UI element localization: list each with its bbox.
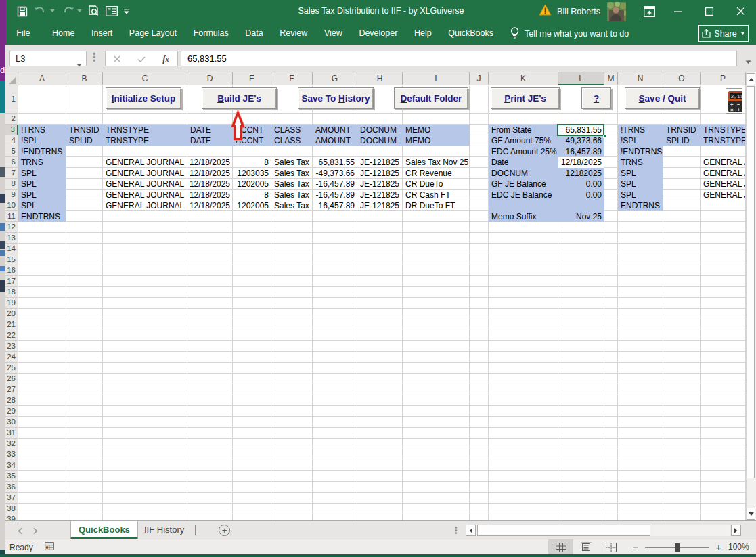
row-header-5[interactable]: 5: [5, 146, 18, 157]
cell-L5[interactable]: 16,457.89: [558, 146, 602, 157]
cell-C10[interactable]: GENERAL JOURNAL: [106, 200, 184, 211]
row-header-16[interactable]: 16: [5, 265, 18, 276]
ribbon-tab-data[interactable]: Data: [237, 22, 271, 45]
cell-I9[interactable]: CR Cash FT: [405, 190, 451, 200]
cell-D3[interactable]: DATE: [190, 125, 211, 135]
cell-F4[interactable]: CLASS: [274, 135, 301, 146]
zoom-slider-thumb[interactable]: [675, 543, 680, 552]
cell-L11[interactable]: Nov 25: [558, 211, 602, 222]
save-to-history-button[interactable]: Save To History: [298, 87, 374, 109]
scroll-down-icon[interactable]: [747, 508, 755, 520]
undo-dropdown-icon[interactable]: [50, 3, 55, 20]
cell-N8[interactable]: SPL: [621, 179, 636, 190]
row-header-33[interactable]: 33: [5, 449, 18, 460]
form-properties-icon[interactable]: [106, 3, 118, 20]
row-header-23[interactable]: 23: [5, 341, 18, 352]
next-sheet-icon[interactable]: [33, 525, 38, 537]
warning-icon[interactable]: [539, 4, 552, 18]
print-preview-icon[interactable]: [88, 3, 99, 20]
cell-D7[interactable]: 12/18/2025: [187, 168, 230, 179]
cell-P8[interactable]: GENERAL JOURNAL: [703, 179, 745, 190]
prev-sheet-icon[interactable]: [18, 525, 22, 537]
insert-function-icon[interactable]: fx: [162, 53, 169, 64]
cell-F9[interactable]: Sales Tax: [274, 190, 309, 200]
cell-D6[interactable]: 12/18/2025: [187, 157, 230, 168]
cell-E7[interactable]: 1203035: [233, 168, 269, 179]
row-header-2[interactable]: 2: [5, 114, 18, 125]
column-header-E[interactable]: E: [233, 72, 271, 85]
scroll-up-icon[interactable]: [747, 73, 755, 85]
cell-C7[interactable]: GENERAL JOURNAL: [106, 168, 184, 179]
cell-N4[interactable]: !SPL: [621, 135, 638, 146]
cell-D9[interactable]: 12/18/2025: [187, 190, 230, 200]
row-header-11[interactable]: 11: [5, 211, 18, 222]
cell-K7[interactable]: DOCNUM: [491, 168, 528, 179]
default-folder-button[interactable]: Default Folder: [394, 87, 468, 109]
ribbon-tab-insert[interactable]: Insert: [83, 22, 121, 45]
row-header-27[interactable]: 27: [5, 384, 18, 395]
zoom-slider[interactable]: [645, 539, 709, 555]
cell-N9[interactable]: SPL: [621, 190, 636, 200]
cell-D8[interactable]: 12/18/2025: [187, 179, 230, 190]
column-header-N[interactable]: N: [618, 72, 663, 85]
sheet-tab-quickbooks[interactable]: QuickBooks: [70, 521, 138, 539]
zoom-in-icon[interactable]: +: [715, 541, 723, 553]
cell-K6[interactable]: Date: [491, 157, 508, 168]
row-header-7[interactable]: 7: [5, 168, 18, 179]
ribbon-tab-help[interactable]: Help: [406, 22, 440, 45]
row-header-17[interactable]: 17: [5, 276, 18, 287]
ribbon-tab-review[interactable]: Review: [271, 22, 316, 45]
select-all-corner[interactable]: [5, 72, 18, 85]
cell-K5[interactable]: EDC Amount 25%: [491, 146, 557, 157]
cell-F6[interactable]: Sales Tax: [274, 157, 309, 168]
cell-N7[interactable]: SPL: [621, 168, 636, 179]
cell-G9[interactable]: -16,457.89: [313, 190, 355, 200]
column-header-I[interactable]: I: [403, 72, 470, 85]
row-header-10[interactable]: 10: [5, 200, 18, 211]
cell-I8[interactable]: CR DueTo: [405, 179, 443, 190]
cell-H7[interactable]: JE-121825: [360, 168, 399, 179]
cell-A11[interactable]: ENDTRNS: [21, 211, 60, 222]
cell-G4[interactable]: AMOUNT: [315, 135, 351, 146]
cell-O4[interactable]: SPLID: [666, 135, 690, 146]
cell-L8[interactable]: 0.00: [558, 179, 602, 190]
cell-P4[interactable]: TRNSTYPE: [703, 135, 745, 146]
save-quit-button[interactable]: Save / Quit: [625, 87, 700, 109]
selection-fill-handle[interactable]: [603, 135, 606, 138]
row-header-31[interactable]: 31: [5, 428, 18, 439]
cell-E4[interactable]: ACCNT: [236, 135, 263, 146]
row-header-34[interactable]: 34: [5, 460, 18, 471]
cell-A3[interactable]: !TRNS: [21, 125, 45, 135]
column-header-D[interactable]: D: [187, 72, 233, 85]
ribbon-tab-file[interactable]: File: [8, 22, 39, 45]
cell-P9[interactable]: GENERAL JOURNAL: [703, 190, 745, 200]
cell-L7[interactable]: 12182025: [558, 168, 602, 179]
cell-K4[interactable]: GF Amount 75%: [491, 135, 551, 146]
cell-C6[interactable]: GENERAL JOURNAL: [106, 157, 184, 168]
cell-P6[interactable]: GENERAL JOURNAL: [703, 157, 745, 168]
column-header-H[interactable]: H: [357, 72, 403, 85]
cell-H6[interactable]: JE-121825: [360, 157, 399, 168]
cell-A7[interactable]: SPL: [21, 168, 37, 179]
formula-bar-splitter[interactable]: •••: [93, 53, 95, 63]
help-button[interactable]: ?: [581, 87, 611, 109]
cancel-formula-icon[interactable]: [114, 53, 120, 65]
ribbon-tab-page-layout[interactable]: Page Layout: [121, 22, 185, 45]
ribbon-tab-view[interactable]: View: [316, 22, 351, 45]
save-icon[interactable]: [17, 3, 28, 20]
column-header-C[interactable]: C: [103, 72, 187, 85]
cell-I4[interactable]: MEMO: [405, 135, 430, 146]
row-header-22[interactable]: 22: [5, 330, 18, 341]
row-header-6[interactable]: 6: [5, 157, 18, 168]
column-header-F[interactable]: F: [271, 72, 313, 85]
scroll-right-icon[interactable]: [731, 525, 741, 536]
row-header-24[interactable]: 24: [5, 352, 18, 363]
column-header-K[interactable]: K: [489, 72, 558, 85]
row-header-20[interactable]: 20: [5, 309, 18, 319]
row-header-4[interactable]: 4: [5, 135, 18, 146]
row-header-8[interactable]: 8: [5, 179, 18, 190]
cell-H10[interactable]: JE-121825: [360, 200, 399, 211]
cell-E6[interactable]: 8: [233, 157, 269, 168]
column-header-L[interactable]: L: [558, 72, 604, 85]
row-header-30[interactable]: 30: [5, 417, 18, 428]
